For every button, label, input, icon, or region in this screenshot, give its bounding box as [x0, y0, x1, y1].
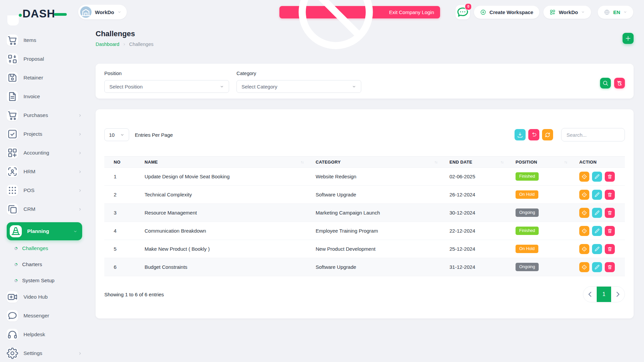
- clear-filter-button[interactable]: [614, 78, 625, 88]
- table-search-input[interactable]: [561, 128, 625, 141]
- sidebar-subitem-charters[interactable]: Charters: [7, 258, 82, 271]
- sidebar-item-label: Projects: [23, 131, 42, 137]
- cell-category: Software Upgrade: [306, 186, 440, 204]
- cell-no: 5: [104, 240, 135, 258]
- cell-position: On Hold: [506, 240, 570, 258]
- view-button[interactable]: [579, 172, 589, 182]
- edit-button[interactable]: [592, 208, 602, 218]
- sidebar-item-hrm[interactable]: HRM: [7, 166, 82, 177]
- view-button[interactable]: [579, 262, 589, 272]
- cell-position: Ongoing: [506, 258, 570, 276]
- cell-action: [570, 258, 625, 276]
- language-dropdown[interactable]: EN: [598, 6, 633, 19]
- cell-action: [570, 240, 625, 258]
- add-challenge-button[interactable]: [623, 33, 634, 44]
- column-header-name[interactable]: NAME↑↓: [135, 157, 306, 168]
- edit-button[interactable]: [592, 172, 602, 182]
- cell-name: Communication Breakdown: [135, 222, 306, 240]
- globe-icon: [604, 9, 610, 15]
- cell-name: Budget Constraints: [135, 258, 306, 276]
- sidebar-item-items[interactable]: Items: [7, 35, 82, 46]
- sidebar-subitem-system-setup[interactable]: System Setup: [7, 274, 82, 287]
- export-button[interactable]: [515, 129, 526, 140]
- view-button[interactable]: [579, 208, 589, 218]
- eye-icon: [581, 210, 587, 216]
- chevron-down-icon: [623, 10, 627, 14]
- view-button[interactable]: [579, 190, 589, 200]
- cell-name: Update Design of Movie Seat Booking: [135, 168, 306, 186]
- sort-icon: ↑↓: [564, 160, 567, 164]
- sidebar-item-planning[interactable]: Planning: [7, 222, 82, 240]
- delete-button[interactable]: [605, 190, 615, 200]
- view-button[interactable]: [579, 226, 589, 236]
- sidebar-item-proposal[interactable]: Proposal: [7, 53, 82, 65]
- delete-button[interactable]: [605, 244, 615, 254]
- sidebar-item-purchases[interactable]: Purchases: [7, 110, 82, 121]
- trash-icon: [607, 192, 613, 198]
- trash-slash-icon: [616, 80, 623, 86]
- column-header-position[interactable]: POSITION↑↓: [506, 157, 570, 168]
- edit-button[interactable]: [592, 226, 602, 236]
- sidebar-menu-top: ItemsProposalRetainerInvoicePurchasesPro…: [7, 35, 82, 215]
- delete-button[interactable]: [605, 226, 615, 236]
- entries-per-page-select[interactable]: 10: [104, 128, 129, 141]
- pagination: 1: [583, 286, 625, 302]
- reset-button[interactable]: [528, 129, 539, 140]
- cell-action: [570, 168, 625, 186]
- column-header-category[interactable]: CATEGORY↑↓: [306, 157, 440, 168]
- sort-icon: ↑↓: [434, 160, 437, 164]
- delete-button[interactable]: [605, 172, 615, 182]
- exit-company-login-button[interactable]: Exit Company Login: [279, 6, 440, 18]
- sidebar-item-crm[interactable]: CRM: [7, 203, 82, 215]
- eye-icon: [581, 264, 587, 270]
- status-badge: Finished: [516, 172, 539, 181]
- column-header-end-date[interactable]: END DATE↑↓: [440, 157, 506, 168]
- table-row: 1Update Design of Movie Seat BookingWebs…: [104, 168, 625, 186]
- sidebar-item-projects[interactable]: Projects: [7, 128, 82, 140]
- delete-button[interactable]: [605, 208, 615, 218]
- table-row: 3Resource ManagementMarketing Campaign L…: [104, 204, 625, 222]
- sidebar-item-messenger[interactable]: Messenger: [7, 310, 82, 321]
- plus-circle-icon: [480, 9, 486, 15]
- sidebar-item-accounting[interactable]: Accounting: [7, 147, 82, 159]
- edit-button[interactable]: [592, 262, 602, 272]
- cell-end-date: 25-12-2024: [440, 240, 506, 258]
- view-button[interactable]: [579, 244, 589, 254]
- column-header-no: NO: [104, 157, 135, 168]
- current-page-button[interactable]: 1: [597, 287, 611, 302]
- edit-button[interactable]: [592, 244, 602, 254]
- sidebar-item-video-hub[interactable]: Video Hub: [7, 291, 82, 303]
- sidebar-item-invoice[interactable]: Invoice: [7, 91, 82, 102]
- workspace-menu-dropdown[interactable]: WorkDo: [543, 6, 591, 19]
- reload-button[interactable]: [542, 129, 553, 140]
- sidebar-item-retainer[interactable]: Retainer: [7, 72, 82, 83]
- edit-button[interactable]: [592, 190, 602, 200]
- sidebar-subitem-challenges[interactable]: Challenges: [7, 242, 82, 255]
- pencil-icon: [594, 228, 600, 234]
- position-select-value: Select Position: [109, 84, 143, 89]
- pencil-icon: [594, 246, 600, 252]
- entries-per-page-label: Entries Per Page: [135, 132, 173, 138]
- category-select[interactable]: Select Category: [236, 80, 361, 93]
- projects-icon: [7, 128, 18, 140]
- cell-no: 1: [104, 168, 135, 186]
- position-select[interactable]: Select Position: [104, 80, 229, 93]
- sidebar-item-label: Purchases: [23, 112, 48, 118]
- previous-page-button[interactable]: [583, 287, 597, 302]
- messages-count-badge: 0: [465, 3, 472, 10]
- sidebar-item-helpdesk[interactable]: Helpdesk: [7, 329, 82, 340]
- sidebar-item-label: Accounting: [23, 150, 49, 156]
- sidebar-item-label: CRM: [23, 206, 35, 212]
- create-workspace-button[interactable]: Create Workspace: [474, 6, 539, 19]
- trash-icon: [607, 210, 613, 216]
- sidebar-item-settings[interactable]: Settings: [7, 348, 82, 359]
- breadcrumb-dashboard-link[interactable]: Dashboard: [96, 42, 119, 47]
- apply-filter-button[interactable]: [600, 78, 611, 88]
- messages-button[interactable]: 0: [455, 5, 470, 19]
- next-page-button[interactable]: [611, 287, 625, 302]
- sidebar-item-pos[interactable]: POS: [7, 185, 82, 196]
- cell-no: 2: [104, 186, 135, 204]
- cell-category: Marketing Campaign Launch: [306, 204, 440, 222]
- delete-button[interactable]: [605, 262, 615, 272]
- retainer-icon: [7, 72, 18, 83]
